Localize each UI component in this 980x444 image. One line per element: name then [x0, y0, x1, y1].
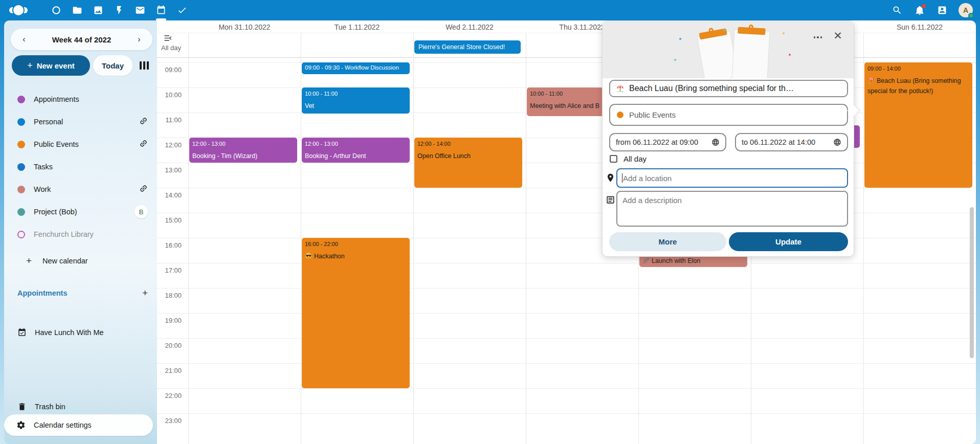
event-title: Booking - Arthur Dent [305, 151, 407, 161]
event-title: Booking - Tim (Wizard) [192, 151, 294, 161]
columns-view-icon[interactable] [140, 61, 149, 70]
hour-label: 11:00 [157, 116, 182, 124]
allday-event[interactable]: Pierre's General Store Closed! [414, 40, 521, 54]
mail-icon[interactable] [134, 4, 146, 16]
event-time: 09:00 - 14:00 [867, 65, 969, 72]
calendar-color-dot [17, 186, 25, 193]
column-divider [301, 33, 301, 444]
collapse-allday-icon[interactable] [163, 34, 172, 42]
calendar-event[interactable]: 09:00 - 09:30 - Workflow Discussion [302, 62, 410, 74]
column-divider [526, 33, 526, 444]
description-input[interactable]: Add a description [616, 191, 848, 227]
event-title-input[interactable]: Beach Luau (Bring something special for … [609, 80, 848, 97]
event-title: Beach Luau (Bring something special for … [867, 76, 969, 96]
plus-icon: + [26, 255, 34, 267]
update-button[interactable]: Update [729, 232, 848, 251]
calendar-color-dot [17, 141, 25, 148]
nextcloud-logo[interactable] [9, 5, 38, 15]
more-actions-icon[interactable] [811, 30, 825, 45]
sidebar-calendar-project-bob-[interactable]: Project (Bob)B [4, 201, 157, 223]
sidebar: ‹ Week 44 of 2022 › + New event Today Ap… [4, 20, 157, 444]
share-link-icon[interactable] [139, 117, 148, 127]
event-time: 12:00 - 13:00 [305, 140, 407, 147]
share-link-icon [137, 182, 149, 194]
hour-line [157, 388, 976, 389]
calendar-event[interactable]: 12:00 - 13:00Booking - Tim (Wizard) [189, 138, 297, 163]
hour-label: 09:00 [157, 66, 182, 74]
calendar-label: Project (Bob) [34, 208, 135, 216]
calendar-event[interactable]: 16:00 - 22:00Hackathon [302, 238, 410, 388]
avatar[interactable]: A [959, 3, 973, 17]
calendar-app-icon[interactable] [155, 4, 167, 16]
notification-badge [922, 4, 926, 8]
share-link-icon[interactable] [139, 184, 148, 195]
dashboard-icon[interactable] [50, 4, 62, 16]
calendar-label: Work [34, 185, 139, 193]
sidebar-calendar-public-events[interactable]: Public Events [4, 133, 157, 156]
globe-icon[interactable] [711, 138, 720, 146]
globe-icon[interactable] [833, 138, 841, 146]
calendar-event[interactable]: 10:00 - 11:00Vet [302, 87, 410, 114]
day-header: Mon 31.10.2022 [188, 20, 301, 33]
more-button[interactable]: More [609, 232, 726, 251]
today-button[interactable]: Today [93, 55, 132, 76]
event-title: Launch with Elon [642, 256, 700, 266]
calendar-color-dot [17, 118, 25, 126]
notifications-icon[interactable] [914, 4, 926, 16]
chevron-left-icon[interactable]: ‹ [19, 35, 29, 44]
calendar-event[interactable]: 12:00 - 14:00Open Office Lunch [414, 138, 522, 188]
calendar-event[interactable]: 09:00 - 14:00Beach Luau (Bring something… [864, 62, 972, 188]
calendar-label: Personal [34, 118, 139, 126]
hour-label: 22:00 [157, 392, 182, 399]
clipboards-illustration [603, 21, 854, 78]
sidebar-calendar-tasks[interactable]: Tasks [4, 156, 157, 178]
tasks-icon[interactable] [176, 4, 188, 16]
event-time: 16:00 - 22:00 [305, 240, 407, 248]
photos-icon[interactable] [92, 4, 104, 16]
add-appointment-button[interactable]: + [142, 287, 148, 299]
all-day-checkbox[interactable]: All day [610, 154, 647, 163]
search-icon[interactable] [891, 4, 903, 16]
day-header: Wed 2.11.2022 [413, 20, 526, 33]
gear-icon [16, 420, 26, 430]
calendar-label: Public Events [34, 140, 139, 148]
share-link-icon[interactable] [139, 139, 148, 150]
plus-icon: + [27, 60, 33, 71]
close-icon[interactable]: ✕ [830, 28, 845, 43]
calendar-settings-button[interactable]: Calendar settings [4, 414, 153, 436]
sidebar-calendar-fenchurch-library[interactable]: Fenchurch Library [4, 223, 157, 246]
hour-label: 16:00 [157, 241, 182, 249]
activity-icon[interactable] [113, 4, 125, 16]
calendar-color-dot [17, 96, 25, 103]
calendar-check-icon [17, 328, 27, 337]
calendar-select[interactable]: Public Events [609, 104, 848, 126]
sidebar-calendar-appointments[interactable]: Appointments [4, 88, 157, 110]
sidebar-calendar-personal[interactable]: Personal [4, 110, 157, 133]
new-event-button[interactable]: + New event [12, 55, 90, 76]
start-datetime-field[interactable]: from 06.11.2022 at 09:00 [609, 133, 726, 151]
hour-label: 20:00 [157, 342, 182, 349]
event-time: 12:00 - 13:00 [192, 140, 294, 147]
week-label: Week 44 of 2022 [52, 35, 112, 44]
share-link-icon [137, 137, 149, 149]
hour-line [157, 363, 976, 364]
files-icon[interactable] [71, 4, 83, 16]
appointment-item[interactable]: Have Lunch With Me [4, 321, 157, 344]
contacts-icon[interactable] [936, 4, 948, 16]
hour-label: 14:00 [157, 191, 182, 199]
chevron-right-icon[interactable]: › [134, 35, 144, 44]
sidebar-calendar-work[interactable]: Work [4, 178, 157, 201]
hour-label: 12:00 [157, 141, 182, 149]
text-cursor [622, 173, 622, 183]
all-day-label: All day [161, 44, 181, 52]
calendar-label: Appointments [34, 95, 148, 103]
hour-label: 18:00 [157, 292, 182, 299]
new-calendar-button[interactable]: + New calendar [4, 250, 157, 272]
event-title: Open Office Lunch [417, 151, 519, 161]
location-input[interactable]: Add a location [616, 168, 848, 188]
checkbox-icon[interactable] [610, 155, 617, 163]
calendar-event[interactable]: 12:00 - 13:00Booking - Arthur Dent [302, 138, 410, 163]
event-time: 12:00 - 14:00 [417, 140, 519, 147]
vertical-scrollbar[interactable] [970, 207, 974, 358]
end-datetime-field[interactable]: to 06.11.2022 at 14:00 [735, 133, 848, 151]
